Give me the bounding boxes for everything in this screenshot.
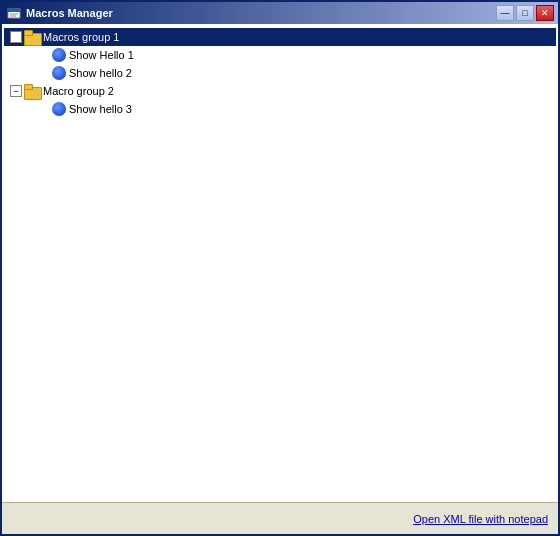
tree-item-3[interactable]: Show hello 3 <box>4 100 556 118</box>
svg-rect-1 <box>8 9 20 12</box>
tree-group-2[interactable]: − Macro group 2 <box>4 82 556 100</box>
group-2-label: Macro group 2 <box>43 85 114 97</box>
tree-item-1[interactable]: Show Hello 1 <box>4 46 556 64</box>
macro-icon-2 <box>52 66 66 80</box>
title-bar: Macros Manager — □ ✕ <box>2 2 558 24</box>
folder-icon-group-1 <box>24 30 40 44</box>
group-1-label: Macros group 1 <box>43 31 119 43</box>
close-button[interactable]: ✕ <box>536 5 554 21</box>
folder-icon-group-2 <box>24 84 40 98</box>
maximize-button[interactable]: □ <box>516 5 534 21</box>
minimize-button[interactable]: — <box>496 5 514 21</box>
window-title: Macros Manager <box>26 7 496 19</box>
tree-group-1[interactable]: − Macros group 1 <box>4 28 556 46</box>
window-controls: — □ ✕ <box>496 5 554 21</box>
open-xml-link[interactable]: Open XML file with notepad <box>413 513 548 525</box>
tree-item-2[interactable]: Show hello 2 <box>4 64 556 82</box>
tree-view: − Macros group 1 Show Hello 1 Show hello… <box>2 24 558 502</box>
window-icon <box>6 5 22 21</box>
macro-icon-3 <box>52 102 66 116</box>
item-2-label: Show hello 2 <box>69 67 132 79</box>
item-3-label: Show hello 3 <box>69 103 132 115</box>
collapse-group-1-button[interactable]: − <box>10 31 22 43</box>
item-1-label: Show Hello 1 <box>69 49 134 61</box>
macro-icon-1 <box>52 48 66 62</box>
collapse-group-2-button[interactable]: − <box>10 85 22 97</box>
macros-manager-window: Macros Manager — □ ✕ − Macros group 1 Sh… <box>0 0 560 536</box>
content-area: − Macros group 1 Show Hello 1 Show hello… <box>2 24 558 502</box>
bottom-bar: Open XML file with notepad <box>2 502 558 534</box>
